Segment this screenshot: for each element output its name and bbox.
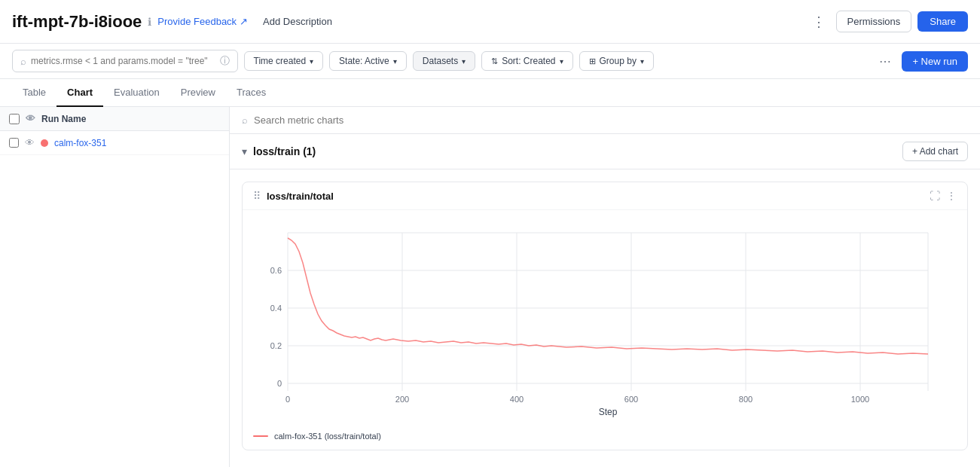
search-box: ⌕ ⓘ	[12, 50, 238, 72]
state-filter-button[interactable]: State: Active ▾	[329, 51, 407, 71]
datasets-filter-button[interactable]: Datasets ▾	[413, 51, 475, 71]
header-more-button[interactable]: ⋮	[808, 11, 830, 33]
sort-filter-button[interactable]: ⇅ Sort: Created ▾	[481, 51, 572, 71]
tab-evaluation[interactable]: Evaluation	[103, 79, 170, 107]
collapse-icon[interactable]: ▾	[242, 145, 247, 157]
line-chart-svg: 0 0.2 0.4 0.6 0 200 400 600 800 1000 Ste…	[250, 218, 943, 421]
svg-text:600: 600	[624, 395, 638, 404]
run-list-header: 👁 Run Name	[0, 107, 229, 131]
run-checkbox[interactable]	[9, 138, 19, 148]
tab-chart[interactable]: Chart	[56, 79, 103, 107]
main-layout: 👁 Run Name 👁 calm-fox-351 ⌕ ▾ loss/train…	[0, 107, 980, 467]
chevron-down-icon: ▾	[560, 57, 563, 66]
svg-text:0.2: 0.2	[270, 341, 282, 350]
chevron-down-icon: ▾	[640, 57, 644, 66]
toolbar: ⌕ ⓘ Time created ▾ State: Active ▾ Datas…	[0, 44, 980, 79]
legend-color-line	[253, 435, 268, 437]
visibility-icon[interactable]: 👁	[26, 113, 35, 124]
search-icon: ⌕	[20, 56, 26, 67]
top-header: ift-mpt-7b-i8iоoe ℹ Provide Feedback ↗ A…	[0, 0, 980, 44]
chart-search-input[interactable]	[254, 114, 968, 126]
tab-traces[interactable]: Traces	[226, 79, 276, 107]
svg-text:Step: Step	[599, 407, 618, 417]
chevron-down-icon: ▾	[462, 57, 466, 66]
chart-group-header: ▾ loss/train (1) + Add chart	[230, 134, 980, 169]
svg-text:1000: 1000	[851, 395, 869, 404]
external-link-icon: ↗	[240, 16, 248, 27]
toolbar-more-button[interactable]: ⋯	[875, 51, 896, 72]
add-description-button[interactable]: Add Description	[257, 13, 338, 30]
left-panel: 👁 Run Name 👁 calm-fox-351	[0, 107, 230, 467]
chart-card-header: ⠿ loss/train/total ⛶ ⋮	[243, 182, 967, 210]
add-chart-button[interactable]: + Add chart	[902, 142, 968, 161]
groupby-icon: ⊞	[589, 56, 596, 66]
chart-search-bar: ⌕	[230, 107, 980, 134]
svg-text:800: 800	[739, 395, 753, 404]
chart-menu-icon[interactable]: ⋮	[946, 190, 957, 202]
svg-text:400: 400	[510, 395, 524, 404]
sort-icon: ⇅	[491, 56, 498, 66]
svg-text:0.4: 0.4	[270, 304, 282, 313]
run-name-link[interactable]: calm-fox-351	[54, 138, 106, 148]
chart-card: ⠿ loss/train/total ⛶ ⋮	[242, 182, 968, 450]
tab-preview[interactable]: Preview	[170, 79, 226, 107]
chart-area: 0 0.2 0.4 0.6 0 200 400 600 800 1000 Ste…	[243, 210, 967, 427]
info-icon[interactable]: ℹ	[148, 16, 151, 28]
chevron-down-icon: ▾	[393, 57, 397, 66]
svg-text:0: 0	[285, 395, 290, 404]
share-button[interactable]: Share	[917, 11, 968, 32]
svg-text:0: 0	[277, 379, 282, 388]
time-filter-button[interactable]: Time created ▾	[244, 51, 324, 71]
tabs-bar: Table Chart Evaluation Preview Traces	[0, 79, 980, 107]
chart-legend: calm-fox-351 (loss/train/total)	[243, 427, 967, 450]
chevron-down-icon: ▾	[310, 57, 313, 66]
feedback-link[interactable]: Provide Feedback ↗	[157, 16, 248, 27]
chart-search-icon: ⌕	[242, 114, 248, 126]
run-list-item: 👁 calm-fox-351	[0, 131, 229, 155]
svg-text:0.6: 0.6	[270, 266, 282, 275]
drag-handle-icon[interactable]: ⠿	[253, 190, 261, 202]
svg-text:200: 200	[395, 395, 409, 404]
right-panel: ⌕ ▾ loss/train (1) + Add chart ⠿ loss/tr…	[230, 107, 980, 467]
permissions-button[interactable]: Permissions	[836, 11, 912, 32]
page-title: ift-mpt-7b-i8iоoe	[12, 12, 142, 32]
run-visibility-icon[interactable]: 👁	[25, 137, 35, 148]
info-circle-icon: ⓘ	[220, 54, 230, 68]
select-all-checkbox[interactable]	[9, 114, 20, 124]
run-color-dot	[41, 139, 48, 147]
groupby-filter-button[interactable]: ⊞ Group by ▾	[579, 51, 654, 71]
new-run-button[interactable]: + New run	[902, 51, 968, 72]
tab-table[interactable]: Table	[12, 79, 56, 107]
search-input[interactable]	[31, 56, 215, 66]
fullscreen-icon[interactable]: ⛶	[930, 190, 940, 202]
